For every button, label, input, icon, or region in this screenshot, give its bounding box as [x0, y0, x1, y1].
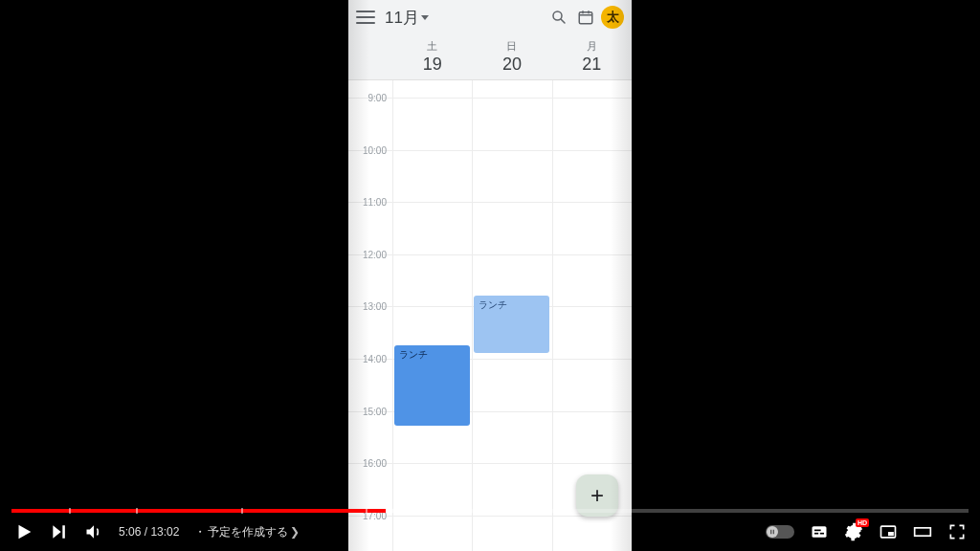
- month-selector[interactable]: 11月: [385, 7, 429, 29]
- hour-label: 12:00: [348, 250, 392, 260]
- hour-label: 9:00: [348, 93, 392, 103]
- svg-rect-8: [820, 533, 824, 535]
- settings-button[interactable]: HD: [844, 522, 863, 541]
- svg-rect-7: [814, 533, 818, 535]
- today-button[interactable]: [572, 4, 599, 31]
- autoplay-toggle[interactable]: [766, 525, 794, 539]
- autoplay-knob: [767, 526, 778, 538]
- svg-rect-12: [915, 528, 931, 536]
- current-time: 5:06: [119, 525, 141, 539]
- fullscreen-icon[interactable]: [947, 522, 967, 541]
- day-header-sat[interactable]: 土 19: [392, 34, 472, 79]
- day-name: 日: [472, 39, 551, 54]
- subtitles-icon[interactable]: [810, 522, 829, 541]
- menu-icon[interactable]: [356, 11, 375, 24]
- day-name: 月: [552, 39, 632, 54]
- chapter-button[interactable]: ・ 予定を作成する ❯: [194, 524, 300, 540]
- hour-label: 10:00: [348, 145, 392, 156]
- search-icon: [550, 9, 568, 26]
- pause-icon: [768, 528, 776, 536]
- event-title: ランチ: [399, 349, 428, 360]
- event-title: ランチ: [479, 299, 507, 310]
- svg-rect-6: [813, 526, 827, 538]
- day-num: 19: [392, 55, 472, 75]
- play-icon[interactable]: [13, 521, 34, 542]
- day-header-sun[interactable]: 日 20: [472, 34, 551, 79]
- chevron-right-icon: ❯: [290, 525, 300, 539]
- hour-label: 16:00: [348, 458, 392, 469]
- avatar[interactable]: 太: [601, 6, 624, 29]
- calendar-app: 11月 太 土 19 日 20 月 21: [348, 0, 632, 551]
- hour-label: 11:00: [348, 197, 392, 208]
- next-icon[interactable]: [50, 522, 69, 541]
- svg-rect-9: [814, 530, 821, 532]
- event-sun-lunch[interactable]: ランチ: [474, 296, 549, 353]
- month-label-text: 11月: [385, 7, 419, 29]
- chevron-down-icon: [421, 15, 429, 20]
- hour-label: 14:00: [348, 354, 392, 364]
- search-button[interactable]: [546, 4, 572, 31]
- hour-label: 15:00: [348, 407, 392, 417]
- day-name: 土: [392, 39, 472, 54]
- day-num: 20: [472, 55, 551, 75]
- svg-line-1: [561, 19, 565, 23]
- volume-icon[interactable]: [84, 522, 103, 541]
- event-sat-lunch[interactable]: ランチ: [394, 345, 470, 426]
- svg-rect-2: [579, 12, 592, 24]
- day-header-mon[interactable]: 月 21: [552, 34, 632, 79]
- miniplayer-icon[interactable]: [879, 522, 898, 541]
- theater-icon[interactable]: [913, 522, 932, 541]
- calendar-grid[interactable]: 9:00 10:00 11:00 12:00 13:00 14:00 15:00…: [348, 80, 632, 551]
- hour-label: 13:00: [348, 301, 392, 312]
- avatar-initial: 太: [607, 9, 619, 26]
- day-header-row: 土 19 日 20 月 21: [348, 34, 632, 80]
- duration: 13:02: [150, 525, 179, 539]
- app-header: 11月 太: [348, 0, 632, 34]
- svg-point-0: [553, 11, 562, 20]
- day-num: 21: [552, 55, 632, 75]
- calendar-icon: [577, 9, 594, 26]
- svg-rect-11: [888, 532, 894, 536]
- hd-badge: HD: [856, 518, 869, 527]
- chapter-title: 予定を作成する: [208, 524, 288, 540]
- player-controls: 5:06 / 13:02 ・ 予定を作成する ❯ HD: [0, 513, 980, 551]
- plus-icon: +: [590, 482, 604, 509]
- time-display: 5:06 / 13:02: [119, 525, 179, 539]
